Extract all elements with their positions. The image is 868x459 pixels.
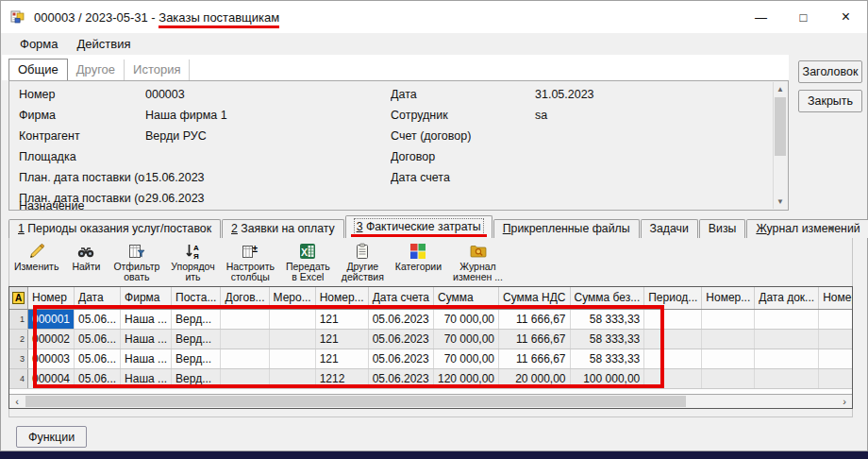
functions-button[interactable]: Функции [16, 426, 87, 448]
table-cell[interactable]: 1212 [315, 368, 368, 388]
row-number[interactable]: 4 [9, 368, 28, 388]
column-header[interactable]: Номер [819, 287, 853, 309]
table-cell[interactable] [755, 329, 819, 348]
table-cell[interactable]: 100 000,00 [570, 368, 644, 388]
field-contractor-value[interactable]: Верди РУС [145, 129, 207, 143]
column-header[interactable]: Период... [644, 287, 702, 309]
table-cell[interactable] [221, 368, 269, 388]
table-cell[interactable] [755, 348, 819, 368]
tab-visas[interactable]: Визы [699, 219, 746, 238]
column-header[interactable]: Дата [75, 287, 121, 309]
table-cell[interactable]: 05.06... [75, 368, 121, 388]
field-date-value[interactable]: 31.05.2023 [535, 88, 594, 101]
table-cell[interactable]: Верд... [172, 368, 221, 388]
table-cell[interactable] [221, 348, 269, 368]
scroll-down-icon[interactable]: ▼ [774, 195, 787, 209]
table-cell[interactable] [644, 329, 702, 348]
table-cell[interactable]: 70 000,00 [433, 348, 498, 368]
column-header[interactable]: Номер [28, 287, 75, 309]
toolbar-button-edit[interactable]: Изменить [8, 240, 64, 273]
column-header[interactable]: Меро... [269, 287, 315, 309]
table-cell[interactable]: 000002 [28, 329, 75, 348]
tab-change-log[interactable]: Журнал изменений [746, 219, 868, 238]
table-cell[interactable]: 05.06.2023 [368, 368, 433, 388]
tab-overflow-icon[interactable]: ▼ [827, 224, 836, 233]
field-employee-value[interactable]: sa [535, 109, 547, 122]
table-cell[interactable]: 000004 [28, 368, 75, 388]
table-hscrollbar[interactable]: ‹ › [9, 394, 852, 408]
form-vscrollbar[interactable]: ▲ ▼ [773, 82, 787, 209]
table-cell[interactable] [819, 309, 853, 329]
table-cell[interactable]: 11 666,67 [499, 348, 571, 368]
table-cell[interactable]: Наша ... [121, 329, 172, 348]
column-header[interactable]: Поста... [172, 287, 221, 309]
table-cell[interactable] [819, 329, 853, 348]
tab-history[interactable]: История [125, 60, 190, 80]
close-button[interactable]: Закрыть [798, 90, 862, 112]
table-cell[interactable]: 000001 [28, 309, 75, 329]
tab-actual-costs[interactable]: 3 Фактические затраты [345, 215, 492, 238]
tab-payment-requests[interactable]: 2 Заявки на оплату [222, 219, 344, 238]
column-header[interactable]: Сумма НДС [499, 287, 571, 309]
column-header[interactable]: Дата счета [368, 287, 433, 309]
table-cell[interactable] [755, 368, 819, 388]
column-header[interactable]: Дата док... [755, 287, 819, 309]
column-header[interactable]: Номер... [702, 287, 755, 309]
table-cell[interactable] [755, 309, 819, 329]
table-cell[interactable] [221, 329, 269, 348]
table-cell[interactable] [269, 368, 315, 388]
table-cell[interactable]: 05.06... [75, 309, 121, 329]
table-cell[interactable]: 000003 [28, 348, 75, 368]
scroll-thumb[interactable] [775, 97, 786, 156]
table-cell[interactable]: Наша ... [121, 309, 172, 329]
tab-tasks[interactable]: Задачи [641, 219, 698, 238]
table-cell[interactable]: 05.06.2023 [368, 329, 433, 348]
tab-attached-files[interactable]: Прикрепленные файлы [493, 219, 640, 238]
table-cell[interactable] [269, 309, 315, 329]
column-header[interactable]: Сумма без... [570, 287, 644, 309]
toolbar-button-categories[interactable]: Категории [390, 240, 447, 273]
table-cell[interactable]: 11 666,67 [499, 309, 571, 329]
toolbar-button-excel[interactable]: X Передатьв Excel [280, 240, 336, 283]
tab-general[interactable]: Общие [8, 59, 68, 80]
table-cell[interactable] [644, 348, 702, 368]
column-header[interactable]: Номер... [315, 287, 368, 309]
table-cell[interactable]: 05.06... [75, 329, 121, 348]
table-cell[interactable]: 05.06.2023 [368, 348, 433, 368]
menu-item-forma[interactable]: Форма [10, 35, 68, 53]
table-cell[interactable] [702, 309, 755, 329]
toolbar-button-find[interactable]: Найти [64, 240, 108, 273]
header-button[interactable]: Заголовок [798, 60, 862, 83]
table-cell[interactable] [819, 348, 853, 368]
table-cell[interactable] [702, 368, 755, 388]
toolbar-button-columns[interactable]: ± Настроитьстолбцы [221, 240, 280, 283]
scroll-up-icon[interactable]: ▲ [774, 82, 787, 96]
table-cell[interactable]: 70 000,00 [433, 329, 498, 348]
table-cell[interactable] [702, 348, 755, 368]
table-cell[interactable]: 11 666,67 [499, 329, 571, 348]
table-cell[interactable]: 121 [315, 348, 368, 368]
table-cell[interactable]: 05.06.2023 [368, 309, 433, 329]
field-plan-date-1-value[interactable]: 15.06.2023 [145, 171, 205, 184]
scroll-left-icon[interactable]: ‹ [9, 395, 25, 408]
table-cell[interactable] [702, 329, 755, 348]
column-header[interactable]: Догов... [221, 287, 269, 309]
table-cell[interactable]: 121 [315, 309, 368, 329]
maximize-button[interactable]: □ [782, 1, 825, 33]
table-cell[interactable]: 58 333,33 [570, 309, 644, 329]
tab-periods[interactable]: 1 Периоды оказания услуг/поставок [8, 219, 221, 238]
table-cell[interactable]: Верд... [172, 329, 221, 348]
toolbar-button-sort[interactable]: АЯ Упорядочить [165, 240, 220, 283]
toolbar-button-change-log[interactable]: Журнализменен ... [447, 240, 509, 283]
table-cell[interactable] [269, 329, 315, 348]
tab-other[interactable]: Другое [68, 60, 125, 80]
table-cell[interactable] [644, 309, 702, 329]
select-all-corner[interactable]: A [9, 287, 28, 309]
table-cell[interactable] [644, 368, 702, 388]
table-cell[interactable]: 58 333,33 [570, 329, 644, 348]
toolbar-button-other-actions[interactable]: Другиедействия [336, 240, 390, 283]
column-header[interactable]: Фирма [121, 287, 172, 309]
table-cell[interactable]: 121 [315, 329, 368, 348]
column-header[interactable]: Сумма [433, 287, 498, 309]
row-number[interactable]: 3 [9, 348, 28, 368]
